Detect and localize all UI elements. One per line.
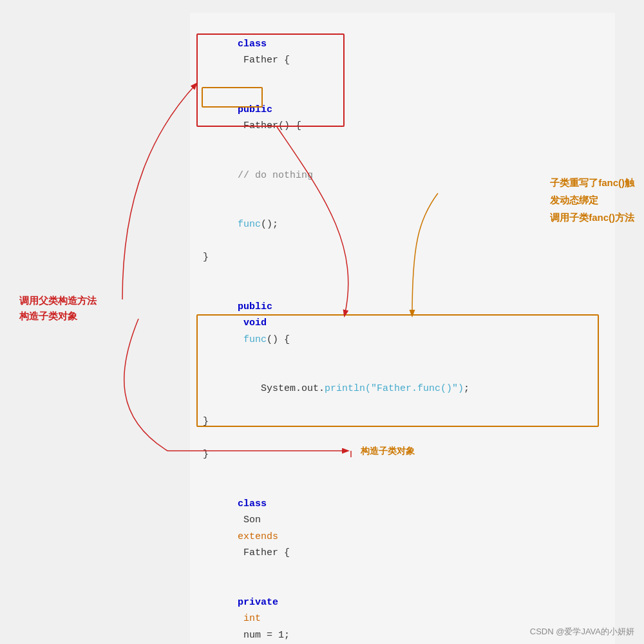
code-line-10: [190, 430, 615, 447]
label-right-1: 子类重写了fanc()触 发动态绑定 调用子类fanc()方法: [550, 174, 634, 226]
code-line-13: class Son extends Father {: [190, 479, 615, 578]
watermark: CSDN @爱学JAVA的小妍妍: [530, 626, 634, 638]
keyword-private: private: [238, 597, 278, 608]
parent-class: Father {: [238, 547, 290, 558]
orange-box-son-func: [196, 314, 599, 427]
code-line-5: }: [190, 249, 615, 266]
keyword-class2: class: [238, 498, 267, 509]
code-line-12: [190, 463, 615, 480]
keyword-int: int: [238, 613, 261, 624]
classname-son: Son: [238, 515, 267, 526]
red-box-constructor: [196, 33, 345, 127]
func-parens: ();: [261, 219, 278, 230]
keyword-public2: public: [238, 301, 272, 312]
label-bottom-construct: 构造子类对象: [361, 446, 415, 457]
orange-box-func-call: [202, 87, 263, 108]
field-num: num = 1;: [238, 630, 290, 641]
func-call: func: [238, 219, 261, 230]
comment-1: // do nothing: [238, 170, 313, 181]
keyword-extends: extends: [238, 531, 278, 542]
page-container: class Father { public Father() { // do n…: [0, 0, 644, 644]
label-left-1: 调用父类构造方法 构造子类对象: [19, 293, 97, 324]
code-line-6: [190, 266, 615, 283]
